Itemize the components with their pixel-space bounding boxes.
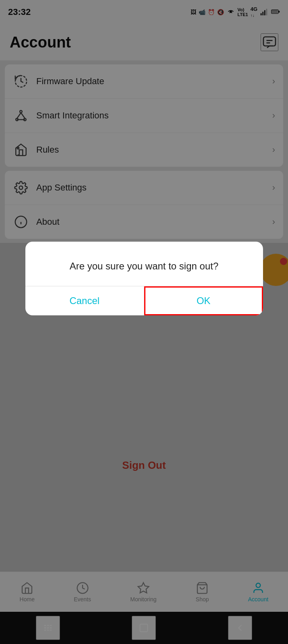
dialog-overlay <box>0 0 288 644</box>
dialog-buttons: Cancel OK <box>25 286 263 315</box>
dialog-cancel-button[interactable]: Cancel <box>25 286 144 315</box>
sign-out-dialog: Are you sure you want to sign out? Cance… <box>25 242 263 315</box>
dialog-message: Are you sure you want to sign out? <box>25 242 263 286</box>
dialog-ok-button[interactable]: OK <box>144 286 263 315</box>
